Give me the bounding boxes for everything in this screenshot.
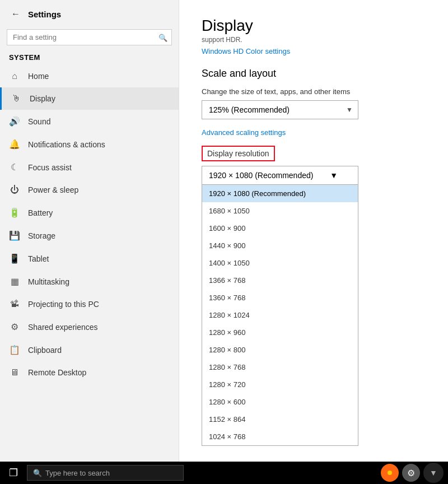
resolution-current-value: 1920 × 1080 (Recommended) [209,171,313,180]
sidebar-item-label: Battery [28,208,53,217]
sidebar-item-label: Projecting to this PC [28,300,99,309]
sidebar-item-label: Multitasking [28,277,69,286]
resolution-option[interactable]: 1280 × 1024 [202,306,358,324]
clipboard-icon: 📋 [9,345,20,355]
resolution-dropdown-list: 1920 × 1080 (Recommended)1680 × 10501600… [202,185,358,446]
sidebar-item-label: Home [28,72,49,81]
resolution-option[interactable]: 1024 × 768 [202,428,358,445]
advanced-scaling-link[interactable]: Advanced scaling settings [202,128,286,137]
sidebar-item-label: Shared experiences [28,323,98,332]
power-icon: ⏻ [9,185,20,195]
firefox-icon[interactable] [381,464,399,482]
sidebar-item-focus[interactable]: ☾ Focus assist [0,156,179,179]
resolution-dropdown-trigger[interactable]: 1920 × 1080 (Recommended) ▼ [202,166,358,185]
sidebar-item-home[interactable]: ⌂ Home [0,65,179,87]
sidebar-item-label: Display [30,94,55,103]
sidebar: ← Settings 🔍 System ⌂ Home 🖰 Display 🔊 S… [0,0,179,462]
windows-icon: ❐ [9,467,18,479]
firefox-svg [384,467,395,478]
sidebar-item-sound[interactable]: 🔊 Sound [0,110,179,133]
main-content: Display support HDR. Windows HD Color se… [179,0,448,462]
sidebar-item-storage[interactable]: 💾 Storage [0,224,179,247]
resolution-option[interactable]: 1152 × 864 [202,411,358,428]
sidebar-item-power[interactable]: ⏻ Power & sleep [0,179,179,201]
display-resolution-label-wrap: Display resolution [202,146,426,161]
tablet-icon: 📱 [9,253,20,264]
sidebar-item-multitasking[interactable]: ▦ Multitasking [0,270,179,293]
taskbar-search-icon: 🔍 [33,469,42,477]
sidebar-search-area: 🔍 [0,26,179,51]
taskbar: ❐ 🔍 Type here to search ⚙ ▼ [0,462,448,484]
sidebar-item-label: Notifications & actions [28,140,105,149]
resolution-option[interactable]: 1366 × 768 [202,272,358,289]
gear-taskbar-icon[interactable]: ⚙ [402,464,420,482]
notifications-icon: 🔔 [9,139,20,150]
sidebar-item-label: Power & sleep [28,185,78,194]
windows-hd-link[interactable]: Windows HD Color settings [202,47,290,55]
sidebar-item-label: Tablet [28,254,49,263]
sidebar-header: ← Settings [0,0,179,26]
support-hdr-text: support HDR. [202,36,426,44]
start-button[interactable]: ❐ [0,462,27,484]
projecting-icon: 📽 [9,299,20,309]
resolution-option[interactable]: 1600 × 900 [202,220,358,237]
sidebar-item-notifications[interactable]: 🔔 Notifications & actions [0,133,179,156]
resolution-option[interactable]: 1400 × 1050 [202,254,358,272]
storage-icon: 💾 [9,230,20,241]
search-wrap: 🔍 [7,29,172,45]
sound-icon: 🔊 [9,116,20,127]
search-input[interactable] [7,29,172,45]
sidebar-item-label: Storage [28,231,55,240]
extra-taskbar-icon[interactable]: ▼ [423,463,444,483]
multitasking-icon: ▦ [9,276,20,287]
shared-icon: ⚙ [9,322,20,332]
resolution-chevron-icon: ▼ [330,171,338,180]
home-icon: ⌂ [9,71,20,81]
resolution-option[interactable]: 1280 × 960 [202,324,358,341]
scale-label: Change the size of text, apps, and other… [202,87,426,96]
resolution-option[interactable]: 1280 × 600 [202,393,358,411]
resolution-option[interactable]: 1280 × 800 [202,341,358,359]
resolution-option[interactable]: 1280 × 720 [202,376,358,393]
remote-icon: 🖥 [9,367,20,378]
taskbar-search[interactable]: 🔍 Type here to search [27,465,184,481]
battery-icon: 🔋 [9,207,20,218]
scale-dropdown-wrap: 125% (Recommended) ▼ [202,100,358,119]
sidebar-title: Settings [28,10,61,19]
sidebar-item-label: Sound [28,117,50,126]
scale-section-title: Scale and layout [202,68,426,80]
sidebar-item-remote[interactable]: 🖥 Remote Desktop [0,361,179,384]
resolution-option[interactable]: 1680 × 1050 [202,202,358,220]
taskbar-right: ⚙ ▼ [381,463,448,483]
resolution-dropdown-container: 1920 × 1080 (Recommended) ▼ 1920 × 1080 … [202,166,358,185]
sidebar-item-label: Focus assist [28,163,72,172]
sidebar-item-clipboard[interactable]: 📋 Clipboard [0,338,179,361]
display-icon: 🖰 [11,94,22,104]
back-button[interactable]: ← [9,7,22,21]
page-title: Display [202,17,426,35]
sidebar-item-battery[interactable]: 🔋 Battery [0,201,179,224]
taskbar-search-text: Type here to search [45,469,110,477]
sidebar-item-label: Clipboard [28,346,62,355]
resolution-option[interactable]: 1360 × 768 [202,289,358,306]
scale-dropdown[interactable]: 125% (Recommended) [202,100,358,119]
sidebar-item-display[interactable]: 🖰 Display [0,87,179,110]
sidebar-item-label: Remote Desktop [28,368,86,377]
display-resolution-label: Display resolution [207,149,269,158]
resolution-option[interactable]: 1920 × 1080 (Recommended) [202,185,358,202]
gear-icon: ⚙ [407,468,415,478]
svg-point-1 [388,471,392,475]
sidebar-item-tablet[interactable]: 📱 Tablet [0,247,179,270]
sidebar-item-shared[interactable]: ⚙ Shared experiences [0,315,179,338]
sidebar-section-label: System [0,51,179,65]
sidebar-item-projecting[interactable]: 📽 Projecting to this PC [0,293,179,315]
focus-icon: ☾ [9,162,20,173]
resolution-option[interactable]: 1440 × 900 [202,237,358,254]
resolution-option[interactable]: 1280 × 768 [202,359,358,376]
extra-icon: ▼ [430,468,437,477]
